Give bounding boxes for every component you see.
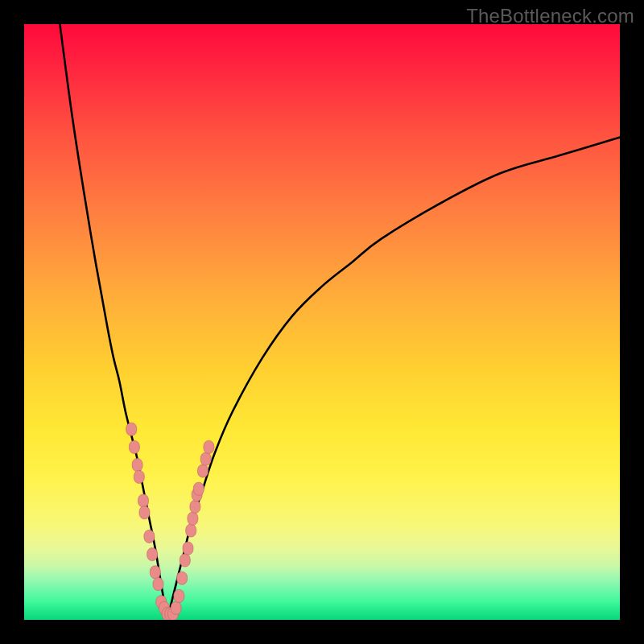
marker-point bbox=[200, 452, 211, 465]
marker-point bbox=[171, 601, 181, 614]
curve-right-branch bbox=[167, 138, 620, 620]
marker-point bbox=[204, 440, 214, 453]
marker-point bbox=[138, 494, 149, 507]
sample-markers bbox=[126, 423, 214, 620]
marker-point bbox=[183, 542, 193, 555]
marker-point bbox=[193, 482, 204, 495]
marker-point bbox=[186, 524, 196, 537]
marker-point bbox=[177, 572, 188, 584]
marker-point bbox=[144, 530, 155, 543]
marker-point bbox=[134, 470, 144, 483]
plot-area bbox=[24, 24, 620, 620]
chart-frame: TheBottleneck.com bbox=[0, 0, 644, 644]
bottleneck-curve bbox=[60, 24, 620, 620]
marker-point bbox=[188, 512, 198, 525]
marker-point bbox=[139, 506, 150, 519]
marker-point bbox=[180, 554, 190, 567]
marker-point bbox=[132, 459, 142, 472]
marker-point bbox=[153, 578, 163, 591]
marker-point bbox=[174, 589, 184, 602]
curve-layer bbox=[24, 24, 620, 620]
marker-point bbox=[129, 440, 139, 453]
marker-point bbox=[190, 500, 200, 513]
marker-point bbox=[198, 464, 208, 477]
marker-point bbox=[147, 548, 158, 561]
watermark-text: TheBottleneck.com bbox=[466, 5, 634, 27]
marker-point bbox=[126, 423, 137, 436]
marker-point bbox=[150, 566, 160, 579]
